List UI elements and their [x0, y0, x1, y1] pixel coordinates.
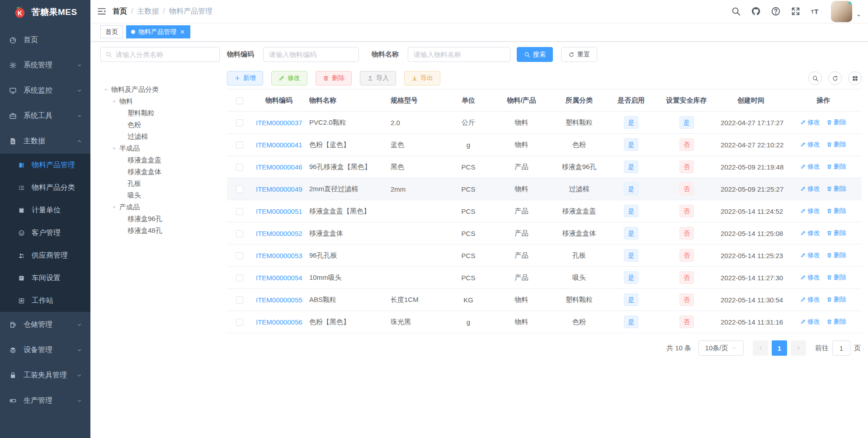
row-edit-link[interactable]: 修改 [800, 251, 820, 259]
material-code-link[interactable]: ITEM00000046 [256, 163, 302, 171]
sidebar-subitem[interactable]: 物料产品分类 [0, 176, 90, 199]
sidebar-item[interactable]: 系统监控 [0, 78, 90, 103]
view-tab[interactable]: 物料产品管理 [126, 25, 190, 38]
primary-toolbar-button[interactable]: 新增 [227, 71, 263, 85]
material-code-link[interactable]: ITEM00000049 [256, 185, 302, 193]
material-code-link[interactable]: ITEM00000056 [256, 318, 302, 326]
tree-node[interactable]: 移液盒盒体 [100, 166, 220, 178]
sidebar-item[interactable]: 主数据 [0, 128, 90, 154]
row-delete-link[interactable]: 删除 [826, 118, 846, 127]
caret-down-icon[interactable] [856, 13, 862, 19]
row-edit-link[interactable]: 修改 [800, 118, 820, 127]
page-size-select[interactable]: 10条/页 [698, 340, 744, 356]
hamburger-icon[interactable] [97, 6, 107, 16]
material-code-link[interactable]: ITEM00000055 [256, 296, 302, 304]
row-checkbox[interactable] [236, 274, 243, 282]
row-edit-link[interactable]: 修改 [800, 273, 820, 282]
code-input[interactable] [269, 51, 353, 58]
app-logo[interactable]: K 苦糖果MES [0, 0, 90, 24]
row-checkbox[interactable] [236, 164, 243, 171]
tree-node[interactable]: 移液盒96孔 [100, 213, 220, 225]
row-delete-link[interactable]: 删除 [826, 207, 846, 215]
row-delete-link[interactable]: 删除 [826, 185, 846, 193]
row-checkbox[interactable] [236, 119, 243, 127]
material-code-link[interactable]: ITEM00000037 [256, 119, 302, 127]
sidebar-subitem[interactable]: 客户管理 [0, 221, 90, 244]
row-checkbox[interactable] [236, 319, 243, 326]
sidebar-item[interactable]: 设备管理 [0, 337, 90, 363]
category-search-input[interactable] [116, 51, 215, 58]
sidebar-subitem[interactable]: 车间设置 [0, 267, 90, 289]
row-checkbox[interactable] [236, 141, 243, 149]
material-code-link[interactable]: ITEM00000053 [256, 252, 302, 259]
sidebar-subitem[interactable]: 物料产品管理 [0, 154, 90, 176]
tree-caret-icon[interactable] [111, 146, 117, 151]
tree-caret-icon[interactable] [103, 87, 109, 93]
material-code-link[interactable]: ITEM00000051 [256, 207, 302, 215]
breadcrumb-item[interactable]: 主数据 [137, 7, 159, 16]
sidebar-subitem[interactable]: 供应商管理 [0, 244, 90, 267]
page-1-button[interactable]: 1 [772, 340, 787, 356]
tree-node[interactable]: 物料 [100, 95, 220, 107]
row-edit-link[interactable]: 修改 [800, 296, 820, 304]
tree-node[interactable]: 移液盒盒盖 [100, 154, 220, 166]
row-delete-link[interactable]: 删除 [826, 251, 846, 259]
row-checkbox[interactable] [236, 252, 243, 259]
close-icon[interactable] [179, 29, 185, 35]
row-checkbox[interactable] [236, 297, 243, 304]
warning-toolbar-button[interactable]: 导出 [404, 71, 440, 85]
tree-node[interactable]: 吸头 [100, 189, 220, 201]
sidebar-subitem[interactable]: 工作站 [0, 289, 90, 312]
name-input[interactable] [414, 51, 505, 58]
row-delete-link[interactable]: 删除 [826, 296, 846, 304]
row-delete-link[interactable]: 删除 [826, 141, 846, 149]
refresh-mini-button[interactable] [828, 71, 842, 85]
tree-caret-icon[interactable] [111, 99, 117, 104]
row-delete-link[interactable]: 删除 [826, 229, 846, 237]
sidebar-item[interactable]: 系统管理 [0, 52, 90, 78]
row-delete-link[interactable]: 删除 [826, 273, 846, 282]
tree-node[interactable]: 物料及产品分类 [100, 84, 220, 95]
sidebar-subitem[interactable]: 计量单位 [0, 199, 90, 221]
row-delete-link[interactable]: 删除 [826, 318, 846, 326]
grid-mini-button[interactable] [848, 71, 862, 85]
breadcrumb-item[interactable]: 物料产品管理 [169, 7, 212, 16]
info-toolbar-button[interactable]: 导入 [360, 71, 396, 85]
row-edit-link[interactable]: 修改 [800, 185, 820, 193]
select-all-checkbox[interactable] [236, 97, 243, 104]
sidebar-item[interactable]: 工装夹具管理 [0, 363, 90, 388]
sidebar-item[interactable]: 首页 [0, 27, 90, 52]
tree-node[interactable]: 孔板 [100, 178, 220, 189]
tree-node[interactable]: 过滤棉 [100, 131, 220, 142]
search-button[interactable]: 搜索 [517, 47, 553, 62]
tree-node[interactable]: 产成品 [100, 201, 220, 213]
material-code-link[interactable]: ITEM00000052 [256, 230, 302, 237]
search-icon[interactable] [731, 6, 741, 16]
row-edit-link[interactable]: 修改 [800, 141, 820, 149]
row-checkbox[interactable] [236, 186, 243, 193]
prev-page-button[interactable] [753, 340, 768, 356]
github-icon[interactable] [751, 6, 761, 16]
font-size-icon[interactable]: TT [811, 6, 821, 16]
reset-button[interactable]: 重置 [561, 47, 597, 62]
row-checkbox[interactable] [236, 208, 243, 215]
row-edit-link[interactable]: 修改 [800, 229, 820, 237]
next-page-button[interactable] [791, 340, 806, 356]
tree-caret-icon[interactable] [111, 204, 117, 210]
danger-toolbar-button[interactable]: 删除 [316, 71, 352, 85]
row-edit-link[interactable]: 修改 [800, 207, 820, 215]
sidebar-item[interactable]: 生产管理 [0, 388, 90, 413]
user-avatar[interactable] [831, 1, 852, 22]
row-checkbox[interactable] [236, 230, 243, 237]
tree-node[interactable]: 移液盒48孔 [100, 225, 220, 236]
search-mini-button[interactable] [808, 71, 822, 85]
breadcrumb-item[interactable]: 首页 [113, 7, 127, 16]
tree-node[interactable]: 半成品 [100, 142, 220, 154]
tree-node[interactable]: 色粉 [100, 119, 220, 131]
success-toolbar-button[interactable]: 修改 [271, 71, 307, 85]
tree-node[interactable]: 塑料颗粒 [100, 107, 220, 119]
row-delete-link[interactable]: 删除 [826, 163, 846, 171]
view-tab[interactable]: 首页 [100, 25, 123, 38]
help-icon[interactable] [771, 6, 781, 16]
goto-page-input[interactable] [832, 340, 850, 356]
